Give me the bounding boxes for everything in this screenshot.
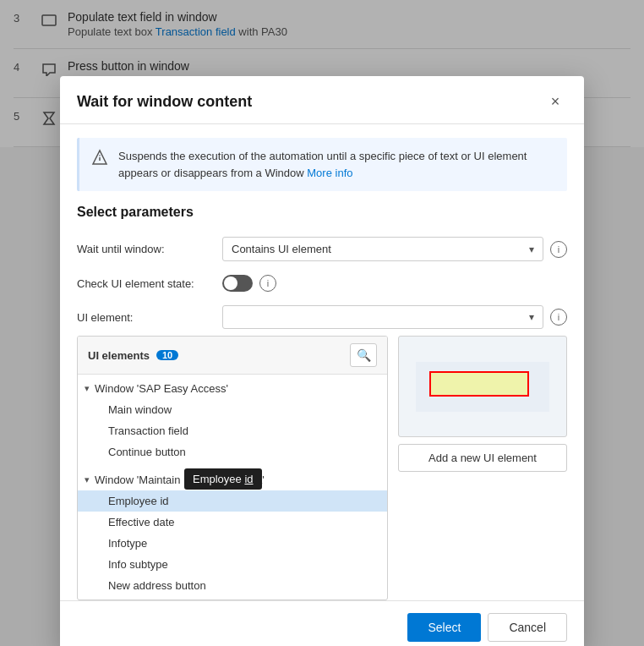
- more-info-link[interactable]: More info: [307, 167, 352, 179]
- close-button[interactable]: ×: [543, 90, 567, 113]
- modal-overlay: Wait for window content × Suspends the e…: [0, 0, 644, 646]
- tree-item-new-address-button[interactable]: New address button: [78, 575, 387, 596]
- wait-until-label: Wait until window:: [77, 243, 212, 255]
- cancel-button[interactable]: Cancel: [488, 613, 567, 642]
- preview-inner: [416, 362, 549, 412]
- wait-until-dropdown[interactable]: Contains UI element ▾: [222, 237, 543, 261]
- wait-until-control: Contains UI element ▾ i: [222, 237, 567, 261]
- tree-item-transaction-field[interactable]: Transaction field: [78, 420, 387, 441]
- ui-element-row: UI element: ▾ i: [60, 298, 584, 336]
- expand-icon-sap: ▾: [85, 383, 90, 394]
- tree-group-hr: ▾ Window 'Maintain HR Master Data' Emplo…: [78, 466, 387, 599]
- check-ui-state-control: i: [222, 275, 567, 292]
- modal-dialog: Wait for window content × Suspends the e…: [60, 76, 584, 646]
- info-banner-icon: [91, 149, 108, 170]
- wait-until-row: Wait until window: Contains UI element ▾…: [60, 230, 584, 268]
- modal-footer: Select Cancel: [60, 600, 584, 646]
- modal-header: Wait for window content ×: [60, 76, 584, 124]
- ui-elements-count: 10: [156, 350, 178, 360]
- tree-group-sap: ▾ Window 'SAP Easy Access' Main window T…: [78, 375, 387, 466]
- expand-icon-hr: ▾: [85, 474, 90, 485]
- section-title: Select parameters: [60, 205, 584, 230]
- add-ui-element-button[interactable]: Add a new UI element: [398, 444, 567, 472]
- wait-until-info-icon[interactable]: i: [550, 241, 567, 258]
- tree-item-employee-id[interactable]: Employee id: [78, 490, 387, 512]
- preview-box: [398, 336, 567, 437]
- check-ui-state-info-icon[interactable]: i: [259, 275, 276, 292]
- search-button[interactable]: 🔍: [350, 343, 377, 367]
- ui-element-label: UI element:: [77, 311, 212, 324]
- ui-element-dropdown[interactable]: ▾: [222, 305, 543, 329]
- hr-group-label: Window 'Maintain HR Master Data': [95, 474, 265, 486]
- preview-panel: Add a new UI element: [398, 336, 567, 600]
- preview-highlight: [429, 371, 530, 397]
- dropdown-arrow-icon: ▾: [529, 244, 534, 255]
- ui-element-dropdown-arrow-icon: ▾: [529, 311, 534, 323]
- tree-item-effective-date[interactable]: Effective date: [78, 512, 387, 533]
- info-banner-text: Suspends the execution of the automation…: [118, 148, 555, 181]
- tree-item-info-subtype[interactable]: Info subtype: [78, 554, 387, 575]
- check-ui-state-row: Check UI element state: i: [60, 268, 584, 298]
- check-ui-state-toggle[interactable]: [222, 275, 253, 292]
- modal-title: Wait for window content: [77, 93, 252, 111]
- ui-element-info-icon[interactable]: i: [550, 309, 567, 326]
- wait-until-value: Contains UI element: [232, 243, 331, 255]
- hr-group-header[interactable]: ▾ Window 'Maintain HR Master Data': [78, 469, 387, 490]
- ui-elements-label: UI elements: [88, 349, 150, 362]
- sap-group-header[interactable]: ▾ Window 'SAP Easy Access': [78, 378, 387, 399]
- ui-element-control: ▾ i: [222, 305, 567, 329]
- ui-elements-list: UI elements 10 🔍 ▾ Window 'SAP Easy Acce…: [77, 336, 388, 600]
- ui-elements-header: UI elements 10 🔍: [78, 337, 387, 375]
- sap-group-label: Window 'SAP Easy Access': [95, 382, 228, 395]
- svg-point-2: [99, 155, 101, 156]
- info-banner: Suspends the execution of the automation…: [77, 138, 567, 191]
- tree-item-main-window[interactable]: Main window: [78, 399, 387, 420]
- select-button[interactable]: Select: [407, 613, 481, 642]
- tree-item-infotype[interactable]: Infotype: [78, 533, 387, 554]
- tree-item-continue-button[interactable]: Continue button: [78, 441, 387, 463]
- ui-elements-panel: UI elements 10 🔍 ▾ Window 'SAP Easy Acce…: [77, 336, 567, 600]
- check-ui-state-label: Check UI element state:: [77, 277, 212, 290]
